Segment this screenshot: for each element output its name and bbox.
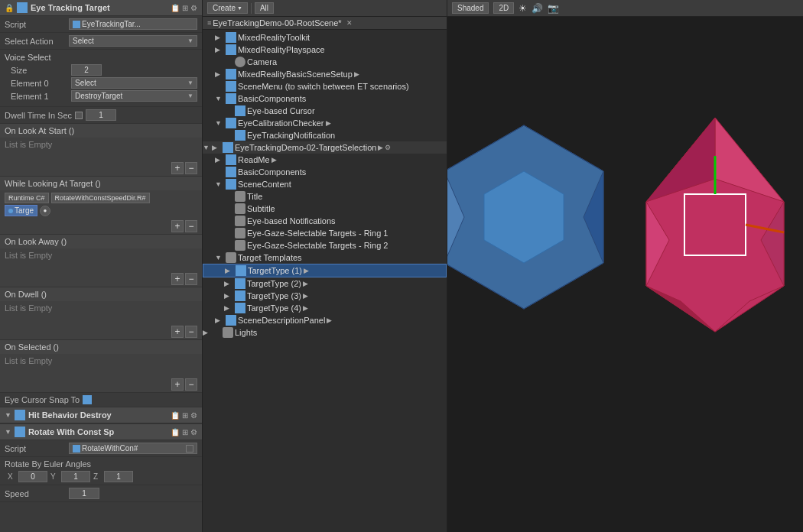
expand-arrow: ▶ bbox=[224, 304, 233, 312]
tree-item-readme[interactable]: ▶ ReadMe ▶ bbox=[203, 154, 447, 166]
panel-icon-2[interactable]: ⊞ bbox=[182, 4, 188, 12]
expand-arrow: ▼ bbox=[215, 95, 224, 102]
rotate-gear-3[interactable]: ⚙ bbox=[190, 428, 197, 436]
expand-arrow: ▶ bbox=[215, 316, 224, 324]
add-dwell-btn[interactable]: + bbox=[171, 326, 184, 338]
tree-item-basic-components2[interactable]: BasicComponents bbox=[203, 166, 447, 178]
create-button[interactable]: Create ▼ bbox=[207, 2, 248, 14]
all-button[interactable]: All bbox=[255, 2, 274, 14]
eye-tracking-icon bbox=[17, 2, 28, 13]
hit-gear-1[interactable]: 📋 bbox=[171, 411, 180, 420]
tree-item-basic-components[interactable]: ▼ BasicComponents bbox=[203, 92, 447, 105]
scene-tab-label: EyeTrackingDemo-00-RootScene* bbox=[213, 18, 341, 28]
shading-button[interactable]: Shaded bbox=[452, 2, 489, 14]
add-look-away-btn[interactable]: + bbox=[171, 273, 184, 285]
component-toggle[interactable]: ▼ bbox=[5, 411, 11, 419]
script-value-box[interactable]: EyeTrackingTar... bbox=[69, 18, 197, 30]
tree-item-target-type-4[interactable]: ▶ TargetType (4) ▶ bbox=[203, 302, 447, 314]
tree-item-eye-cursor[interactable]: Eye-based Cursor bbox=[203, 105, 447, 117]
tree-label: TargetType (3) bbox=[247, 291, 301, 300]
audio-icon[interactable]: 🔊 bbox=[532, 3, 543, 14]
add-while-btn[interactable]: + bbox=[171, 220, 184, 232]
script2-value-box[interactable]: RotateWithCon# bbox=[69, 443, 197, 454]
tree-item-mixedreality-playspace[interactable]: ▶ MixedRealityPlayspace bbox=[203, 44, 447, 56]
tree-label: Target Templates bbox=[238, 253, 302, 262]
eye-cursor-checkbox[interactable] bbox=[83, 395, 92, 404]
remove-while-btn[interactable]: − bbox=[185, 220, 197, 232]
runtime-dropdown[interactable]: Runtime C# bbox=[5, 193, 49, 203]
remove-look-away-btn[interactable]: − bbox=[185, 273, 197, 285]
sun-icon[interactable]: ☀ bbox=[519, 3, 527, 14]
settings-icon: ⚙ bbox=[385, 144, 391, 151]
tree-item-target-type-1[interactable]: ▶ TargetType (1) ▶ bbox=[203, 264, 447, 277]
panel-icon-1[interactable]: 📋 bbox=[171, 4, 180, 12]
tree-item-target-templates[interactable]: ▼ Target Templates bbox=[203, 251, 447, 264]
tree-label: Eye-based Cursor bbox=[247, 106, 315, 115]
tree-item-mixedreality-toolkit[interactable]: ▶ MixedRealityToolkit bbox=[203, 31, 447, 44]
element0-dropdown[interactable]: Select ▼ bbox=[71, 77, 197, 89]
rotate-component: ▼ Rotate With Const Sp 📋 ⊞ ⚙ Script bbox=[0, 424, 202, 502]
y-label: Y bbox=[50, 472, 58, 481]
viewport-canvas[interactable] bbox=[447, 17, 803, 532]
size-input[interactable] bbox=[71, 64, 102, 76]
expand-arrow: ▼ bbox=[215, 119, 224, 127]
tree-item-camera[interactable]: Camera bbox=[203, 56, 447, 68]
hit-behavior-component: ▼ Hit Behavior Destroy 📋 ⊞ ⚙ bbox=[0, 407, 202, 424]
tree-item-scene-menu[interactable]: SceneMenu (to switch between ET scenario… bbox=[203, 80, 447, 92]
expand-icon: ▶ bbox=[378, 144, 383, 151]
element0-label: Element 0 bbox=[11, 79, 68, 88]
remove-look-start-btn[interactable]: − bbox=[185, 162, 197, 174]
tree-item-demo-02[interactable]: ▼ ▶ EyeTrackingDemo-02-TargetSelection ▶… bbox=[203, 141, 447, 154]
tree-item-title[interactable]: Title bbox=[203, 190, 447, 203]
tree-item-ring1[interactable]: Eye-Gaze-Selectable Targets - Ring 1 bbox=[203, 227, 447, 239]
inspector-panel-header: 🔒 Eye Tracking Target 📋 ⊞ ⚙ bbox=[0, 0, 202, 16]
rotate-gear-2[interactable]: ⊞ bbox=[182, 428, 188, 436]
speed-input[interactable] bbox=[69, 488, 99, 499]
tree-item-target-type-3[interactable]: ▶ TargetType (3) ▶ bbox=[203, 290, 447, 302]
hit-behavior-icon bbox=[15, 410, 25, 420]
add-look-start-btn[interactable]: + bbox=[171, 162, 184, 174]
expand-icon: ▶ bbox=[303, 292, 308, 300]
viewport-toolbar: Shaded 2D ☀ 🔊 📷 bbox=[447, 0, 803, 17]
tree-item-ring2[interactable]: Eye-Gaze-Selectable Targets - Ring 2 bbox=[203, 239, 447, 251]
expand-icon: ▶ bbox=[354, 70, 359, 78]
select-action-dropdown[interactable]: Select ▼ bbox=[69, 35, 197, 47]
hit-gear-3[interactable]: ⚙ bbox=[190, 411, 197, 420]
tree-item-subtitle[interactable]: Subtitle bbox=[203, 203, 447, 215]
target-tag[interactable]: Targe bbox=[5, 205, 37, 216]
dwell-input[interactable] bbox=[86, 109, 116, 121]
rotate-dropdown[interactable]: RotateWithConstSpeedDir.R# bbox=[51, 193, 150, 203]
tree-item-notifications[interactable]: Eye-based Notifications bbox=[203, 215, 447, 227]
expand-arrow: ▶ bbox=[215, 156, 224, 164]
2d-button[interactable]: 2D bbox=[493, 2, 514, 14]
dropdown-arrow: ▼ bbox=[187, 37, 193, 44]
voice-select-header: Voice Select bbox=[5, 53, 197, 62]
camera-icon[interactable]: 📷 bbox=[548, 3, 559, 14]
hit-gear-2[interactable]: ⊞ bbox=[182, 411, 188, 420]
y-input[interactable] bbox=[61, 471, 90, 482]
x-input[interactable] bbox=[18, 471, 47, 482]
z-input[interactable] bbox=[104, 471, 133, 482]
tree-item-scene-content[interactable]: ▼ SceneContent bbox=[203, 178, 447, 190]
rotate-toggle[interactable]: ▼ bbox=[5, 428, 11, 436]
tree-item-basic-scene[interactable]: ▶ MixedRealityBasicSceneSetup ▶ bbox=[203, 68, 447, 80]
target-settings-btn[interactable]: ● bbox=[40, 206, 50, 216]
dropdown-arrow-0: ▼ bbox=[187, 79, 193, 86]
tree-item-lights[interactable]: ▶ Lights bbox=[203, 326, 447, 339]
add-selected-btn[interactable]: + bbox=[171, 378, 184, 391]
remove-selected-btn[interactable]: − bbox=[185, 378, 197, 391]
tree-item-target-type-2[interactable]: ▶ TargetType (2) ▶ bbox=[203, 277, 447, 290]
expand-arrow: ▶ bbox=[215, 70, 224, 78]
panel-icon-3[interactable]: ⚙ bbox=[190, 4, 197, 12]
scene-tab-close[interactable]: ✕ bbox=[346, 19, 353, 27]
element1-dropdown[interactable]: DestroyTarget ▼ bbox=[71, 90, 197, 102]
tree-label: MixedRealityPlayspace bbox=[238, 45, 325, 54]
rotate-gear-1[interactable]: 📋 bbox=[171, 428, 180, 436]
tree-item-eye-tracking-notification[interactable]: EyeTrackingNotification bbox=[203, 129, 447, 141]
tree-label: Eye-Gaze-Selectable Targets - Ring 2 bbox=[247, 241, 388, 250]
tree-item-scene-desc[interactable]: ▶ SceneDescriptionPanel ▶ bbox=[203, 314, 447, 326]
remove-dwell-btn[interactable]: − bbox=[185, 326, 197, 338]
dwell-checkbox bbox=[75, 112, 83, 119]
tree-item-eye-calibration[interactable]: ▼ EyeCalibrationChecker ▶ bbox=[203, 117, 447, 129]
rotate-title: Rotate With Const Sp bbox=[28, 427, 167, 436]
